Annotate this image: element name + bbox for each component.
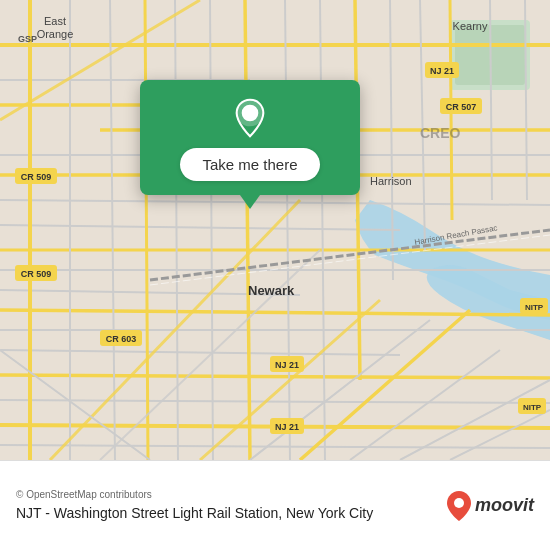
moovit-logo-icon: [445, 490, 473, 522]
svg-text:Newark: Newark: [248, 283, 295, 298]
svg-text:NJ 21: NJ 21: [275, 360, 299, 370]
svg-text:NITP: NITP: [523, 403, 542, 412]
svg-text:Harrison: Harrison: [370, 175, 412, 187]
svg-text:CR 509: CR 509: [21, 172, 52, 182]
svg-text:NJ 21: NJ 21: [275, 422, 299, 432]
svg-text:CR 603: CR 603: [106, 334, 137, 344]
svg-text:GSP: GSP: [18, 34, 37, 44]
svg-text:East: East: [44, 15, 66, 27]
map-container: CR 658 CR 507 NJ 21 CR 509 CR 5 CR 509 C…: [0, 0, 550, 460]
svg-text:NITP: NITP: [525, 303, 544, 312]
svg-point-80: [454, 498, 464, 508]
station-name: NJT - Washington Street Light Rail Stati…: [16, 504, 435, 522]
map-background: CR 658 CR 507 NJ 21 CR 509 CR 5 CR 509 C…: [0, 0, 550, 460]
info-bar: © OpenStreetMap contributors NJT - Washi…: [0, 460, 550, 550]
map-popup: Take me there: [140, 80, 360, 195]
svg-text:CR 509: CR 509: [21, 269, 52, 279]
moovit-logo: moovit: [445, 490, 534, 522]
svg-text:CR 507: CR 507: [446, 102, 477, 112]
svg-text:Kearny: Kearny: [453, 20, 488, 32]
moovit-text-label: moovit: [475, 495, 534, 516]
svg-text:CREO: CREO: [420, 125, 461, 141]
location-pin-icon: [230, 98, 270, 138]
svg-point-79: [242, 105, 259, 122]
openstreetmap-credit: © OpenStreetMap contributors: [16, 489, 435, 500]
info-text: © OpenStreetMap contributors NJT - Washi…: [16, 489, 435, 522]
take-me-there-button[interactable]: Take me there: [180, 148, 319, 181]
svg-text:Orange: Orange: [37, 28, 74, 40]
svg-text:NJ 21: NJ 21: [430, 66, 454, 76]
